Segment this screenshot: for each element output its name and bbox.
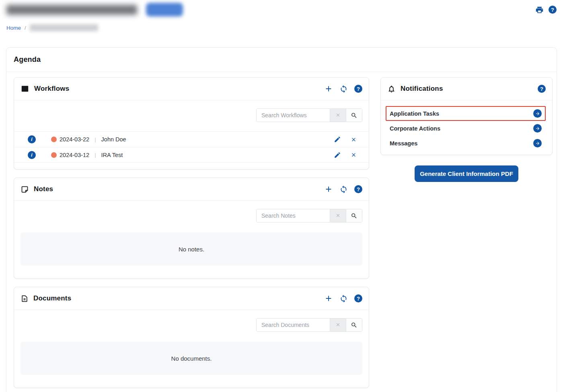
documents-title: Documents [33, 294, 71, 302]
notes-search-button[interactable] [346, 209, 362, 222]
workflows-card: Workflows ? × [14, 77, 369, 169]
workflow-row: i 2024-03-12 | IRA Test [14, 147, 369, 163]
workflow-separator: | [95, 152, 96, 158]
notes-search-input[interactable] [257, 209, 330, 222]
notification-label: Corporate Actions [390, 125, 440, 132]
notifications-card: Notifications ? Application Tasks Corpor… [380, 77, 553, 155]
notifications-title: Notifications [401, 85, 443, 93]
refresh-workflows-icon[interactable] [339, 85, 348, 93]
documents-search-clear-button[interactable]: × [330, 318, 346, 331]
workflow-date: 2024-03-22 [60, 136, 89, 143]
print-icon[interactable] [535, 6, 544, 14]
workflow-separator: | [95, 137, 96, 143]
workflow-status-dot [51, 137, 57, 142]
notes-empty-state: No notes. [21, 233, 362, 265]
redacted-action-button[interactable] [146, 3, 183, 16]
workflow-status-dot [51, 152, 57, 158]
notification-item-application-tasks[interactable]: Application Tasks [386, 106, 546, 121]
workflows-title: Workflows [34, 85, 69, 93]
refresh-documents-icon[interactable] [339, 294, 348, 303]
page-title: Agenda [14, 55, 41, 64]
workflow-info-icon[interactable]: i [28, 135, 36, 143]
workflows-search-button[interactable] [346, 109, 362, 122]
notes-search-group: × [256, 209, 362, 223]
workflow-info-icon[interactable]: i [28, 151, 36, 159]
add-note-icon[interactable] [324, 185, 333, 194]
notes-title: Notes [34, 185, 53, 193]
delete-workflow-icon[interactable] [351, 137, 357, 143]
arrow-forward-icon[interactable] [533, 109, 542, 118]
agenda-panel: Agenda Workflows [6, 47, 557, 392]
edit-workflow-icon[interactable] [334, 151, 341, 159]
documents-search-group: × [256, 318, 362, 332]
workflows-help-icon[interactable]: ? [354, 85, 362, 93]
workflows-search-input[interactable] [257, 109, 330, 122]
notification-item-corporate-actions[interactable]: Corporate Actions [386, 121, 546, 136]
documents-help-icon[interactable]: ? [354, 294, 362, 302]
notes-icon [21, 185, 29, 194]
add-workflow-icon[interactable] [324, 84, 333, 93]
documents-icon [21, 294, 29, 303]
delete-workflow-icon[interactable] [351, 152, 357, 158]
breadcrumb-separator: / [25, 25, 26, 31]
edit-workflow-icon[interactable] [334, 136, 341, 143]
documents-empty-state: No documents. [21, 342, 362, 375]
workflow-name: IRA Test [101, 152, 123, 158]
breadcrumb: Home / [0, 19, 563, 31]
notes-search-clear-button[interactable]: × [330, 209, 346, 222]
arrow-forward-icon[interactable] [533, 124, 542, 133]
documents-search-input[interactable] [257, 318, 330, 331]
top-bar: ? [0, 0, 563, 19]
workflows-list-icon [21, 84, 29, 93]
notes-card: Notes ? × [14, 178, 369, 279]
documents-search-button[interactable] [346, 318, 362, 331]
redacted-breadcrumb-item [30, 24, 98, 31]
notification-label: Messages [390, 140, 417, 147]
workflow-date: 2024-03-12 [60, 152, 89, 158]
generate-client-pdf-button[interactable]: Generate Client Information PDF [415, 165, 518, 182]
notification-item-messages[interactable]: Messages [386, 136, 546, 151]
arrow-forward-icon[interactable] [533, 139, 542, 147]
breadcrumb-home-link[interactable]: Home [6, 25, 21, 31]
redacted-client-name [6, 5, 137, 15]
documents-card: Documents ? × [14, 287, 369, 388]
page-help-icon[interactable]: ? [549, 6, 557, 14]
refresh-notes-icon[interactable] [339, 185, 348, 194]
workflows-search-group: × [256, 108, 362, 122]
notification-label: Application Tasks [390, 110, 439, 117]
notes-help-icon[interactable]: ? [354, 185, 362, 193]
bell-icon [387, 85, 396, 93]
add-document-icon[interactable] [324, 294, 333, 303]
workflows-search-clear-button[interactable]: × [330, 109, 346, 122]
workflow-row: i 2024-03-22 | John Doe [14, 131, 369, 147]
notifications-help-icon[interactable]: ? [538, 85, 546, 93]
workflow-name: John Doe [101, 136, 126, 143]
